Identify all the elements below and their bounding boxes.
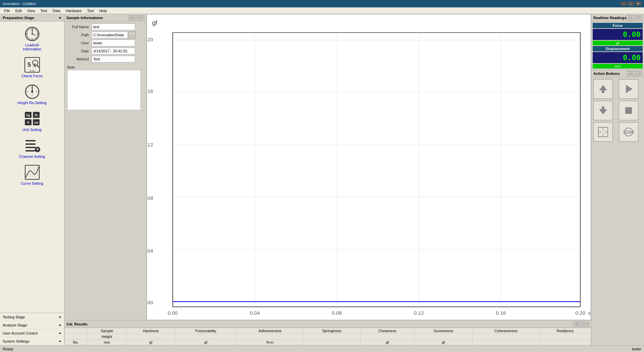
col-springiness-h2	[303, 334, 360, 340]
status-bar: Ready tester	[0, 345, 644, 352]
force-unit: gf	[593, 41, 643, 45]
testing-arrow: ▸	[59, 315, 61, 319]
sample-info-column: Sample Informations ◂ □ ✕ Full Name	[64, 14, 147, 320]
svg-text:0.08: 0.08	[147, 195, 153, 201]
close-button[interactable]: ✕	[635, 1, 641, 6]
play-button[interactable]	[619, 79, 638, 99]
cal-panel-controls: ◂ □ ✕	[574, 322, 589, 326]
date-label: Date	[67, 49, 89, 53]
sidebar-item-channelsetting[interactable]: + Channel Setting	[1, 136, 63, 160]
minimize-button[interactable]: –	[621, 1, 627, 6]
menu-view[interactable]: View	[24, 8, 38, 13]
action-title: Action Buttons	[593, 72, 620, 76]
window-controls: – □ ✕	[621, 1, 641, 6]
systemsettings-label: System Settings	[3, 339, 29, 343]
chart-area: gf 0.20 0.16 0.12 0.08 0.04 0.00	[147, 14, 591, 320]
svg-rect-33	[25, 150, 36, 151]
svg-rect-48	[173, 33, 580, 307]
user-label: User	[67, 41, 89, 45]
col-height-h1: Sample	[87, 328, 127, 334]
force-label: Force	[593, 23, 643, 28]
sidebar-header: Preparation Stage ▸	[0, 14, 64, 21]
rt-controls: ◂ □ ✕	[627, 15, 642, 20]
maximize-button[interactable]: □	[628, 1, 634, 6]
action-arrow[interactable]: ◂	[627, 71, 631, 76]
chart-column: gf 0.20 0.16 0.12 0.08 0.04 0.00	[147, 14, 591, 320]
sample-panel-close[interactable]: ✕	[140, 15, 144, 20]
sidebar-item-unitsetting[interactable]: kg lb ft cm Unit Setting	[1, 109, 63, 133]
path-input[interactable]	[92, 32, 128, 38]
move-up-button[interactable]	[593, 79, 613, 99]
zero-button[interactable]: ZERO	[619, 122, 638, 142]
note-label: Note	[67, 65, 89, 69]
note-textarea[interactable]	[67, 70, 141, 110]
action-body: ZERO	[591, 77, 644, 144]
center-inner: Sample Informations ◂ □ ✕ Full Name	[64, 14, 591, 320]
date-input[interactable]	[92, 48, 135, 54]
sidebar-item-testing[interactable]: Testing Stage ▸	[0, 313, 64, 321]
col-gumminess-h2	[414, 334, 472, 340]
app-title: Innovation - Untitled	[3, 2, 36, 6]
col-cohesiveness-h2	[473, 334, 540, 340]
path-label: Path	[67, 33, 89, 37]
rt-arrow[interactable]: ◂	[627, 15, 631, 20]
fullname-label: Full Name	[67, 25, 89, 29]
sample-panel-arrow[interactable]: ◂	[129, 15, 133, 20]
heightreset-label: Height Re-Setting	[17, 101, 47, 105]
menu-data[interactable]: Data	[50, 8, 63, 13]
sidebar-item-curvesetting[interactable]: Curve Setting	[1, 163, 63, 187]
sample-info-header: Sample Informations ◂ □ ✕	[64, 14, 146, 21]
sample-panel-controls: ◂ □ ✕	[129, 15, 144, 20]
cal-panel-float[interactable]: □	[579, 322, 584, 326]
sidebar-item-systemsettings[interactable]: System Settings ▸	[0, 337, 64, 345]
browse-button[interactable]: ...	[128, 32, 136, 38]
cal-table-container: Sample Hardness Fracturability Adhesiven…	[64, 328, 591, 345]
curvesetting-icon	[24, 164, 41, 181]
menu-edit[interactable]: Edit	[13, 8, 24, 13]
col-hardness-h1: Hardness	[127, 328, 175, 334]
svg-text:0.00: 0.00	[168, 310, 178, 316]
sidebar: Preparation Stage ▸	[0, 14, 64, 345]
svg-text:0.04: 0.04	[250, 310, 260, 316]
sidebar-item-analysis[interactable]: Analysis Stage ▸	[0, 321, 64, 329]
menu-hardware[interactable]: Hardware	[63, 8, 85, 13]
sample-panel-float[interactable]: □	[134, 15, 139, 20]
svg-rect-32	[25, 147, 36, 148]
method-input[interactable]	[92, 56, 135, 62]
menu-file[interactable]: File	[1, 8, 13, 13]
sidebar-item-checkforce[interactable]: 5 1 ft cm Check Force	[1, 55, 63, 79]
svg-text:0.16: 0.16	[147, 88, 153, 94]
rt-close[interactable]: ✕	[637, 15, 642, 20]
menu-help[interactable]: Help	[97, 8, 110, 13]
rt-title: Realtime Readings	[593, 16, 626, 20]
fullname-input[interactable]	[92, 24, 135, 30]
menu-tool[interactable]: Tool	[84, 8, 96, 13]
svg-point-17	[31, 91, 33, 93]
stop-button[interactable]	[619, 101, 638, 120]
displacement-value: 0.00	[593, 52, 643, 63]
sidebar-item-heightreset[interactable]: I Height Re-Setting	[1, 82, 63, 106]
target-button[interactable]	[593, 122, 613, 142]
useraccount-label: User Account Control	[3, 331, 38, 335]
sidebar-title: Preparation Stage	[3, 16, 34, 20]
user-input[interactable]	[92, 40, 135, 46]
svg-rect-71	[602, 90, 604, 93]
cal-panel-close[interactable]: ✕	[584, 322, 589, 326]
svg-text:0.00: 0.00	[147, 300, 153, 305]
svg-text:0.12: 0.12	[414, 310, 424, 316]
action-controls: ◂ □ ✕	[627, 71, 642, 76]
col-chewiness-h1: Chewiness	[360, 328, 414, 334]
action-float[interactable]: □	[632, 71, 637, 76]
svg-text:ZERO: ZERO	[623, 130, 634, 135]
svg-text:+: +	[36, 146, 39, 152]
action-close[interactable]: ✕	[637, 71, 642, 76]
sidebar-item-useraccount[interactable]: User Account Control ▸	[0, 329, 64, 337]
menu-test[interactable]: Test	[38, 8, 50, 13]
col-no-unit: No.	[65, 340, 87, 345]
cal-panel-arrow[interactable]: ◂	[574, 322, 578, 326]
rt-float[interactable]: □	[632, 15, 637, 20]
sidebar-item-loadcell[interactable]: LoadcellInformation	[1, 24, 63, 52]
method-row: Method	[67, 56, 144, 62]
rt-header: Realtime Readings ◂ □ ✕	[591, 14, 644, 21]
move-down-button[interactable]	[593, 101, 613, 120]
